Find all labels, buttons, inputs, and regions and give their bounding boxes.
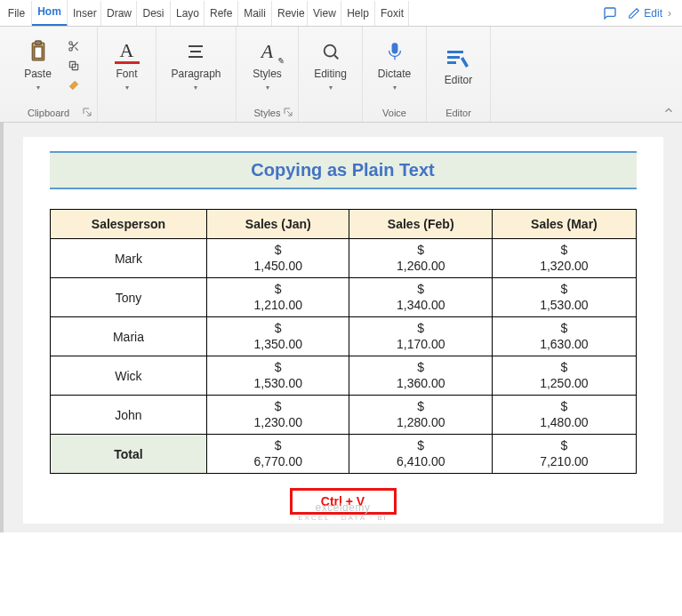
cell-name: Maria: [50, 317, 207, 356]
table-row: Maria$1,350.00$1,170.00$1,630.00: [50, 317, 636, 356]
tab-help[interactable]: Help: [341, 1, 375, 26]
cell-name: Tony: [50, 278, 207, 317]
comments-button[interactable]: [598, 1, 622, 26]
cell-feb: $1,170.00: [349, 317, 493, 356]
group-editor-label: Editor: [445, 108, 471, 118]
group-clipboard: Paste ▾ Clipboard: [0, 27, 98, 122]
chevron-down-icon: ▾: [266, 84, 269, 92]
paragraph-icon: [183, 39, 208, 64]
sales-table: Salesperson Sales (Jan) Sales (Feb) Sale…: [50, 209, 637, 474]
cell-mar: $1,250.00: [493, 356, 636, 396]
svg-rect-15: [447, 61, 456, 64]
edit-mode-button[interactable]: Edit: [622, 7, 668, 20]
cell-name: Mark: [50, 239, 207, 278]
cell-total-mar: $7,210.00: [493, 435, 636, 474]
editing-label: Editing: [314, 68, 347, 80]
group-voice: Dictate ▾ Voice: [363, 27, 427, 122]
paste-label: Paste: [24, 68, 52, 80]
launcher-icon: [83, 108, 92, 116]
tab-insert[interactable]: Inser: [68, 1, 101, 26]
paragraph-button[interactable]: Paragraph ▾: [165, 37, 226, 93]
cell-mar: $1,530.00: [493, 278, 636, 317]
tab-layout[interactable]: Layo: [171, 1, 205, 26]
scissors-icon: [68, 40, 80, 52]
tab-file[interactable]: File: [2, 1, 32, 26]
pencil-icon: [628, 7, 640, 20]
styles-icon: A✎: [255, 39, 280, 64]
keyboard-hint: Ctrl + V: [290, 488, 397, 515]
editor-icon: [446, 45, 471, 70]
editor-button[interactable]: Editor: [437, 44, 481, 88]
paste-button[interactable]: Paste ▾: [16, 37, 60, 93]
dictate-button[interactable]: Dictate ▾: [373, 37, 417, 93]
group-paragraph: Paragraph ▾: [156, 27, 237, 122]
chevron-down-icon: ▾: [194, 84, 197, 92]
ribbon-tabs: File Hom Inser Draw Desi Layo Refe Maili…: [0, 0, 682, 27]
table-row: Wick$1,530.00$1,360.00$1,250.00: [50, 356, 636, 396]
cell-jan: $1,350.00: [207, 317, 349, 356]
cell-mar: $1,480.00: [493, 396, 636, 435]
search-icon: [318, 39, 343, 64]
font-label: Font: [116, 68, 137, 80]
edit-label: Edit: [644, 7, 662, 20]
cell-name: Wick: [50, 356, 207, 396]
tab-design[interactable]: Desi: [137, 1, 171, 26]
copy-icon: [68, 60, 80, 72]
watermark-sub: EXCEL · DATA · BI: [298, 514, 388, 522]
cell-feb: $1,340.00: [349, 278, 493, 317]
document-page: Copying as Plain Text Salesperson Sales …: [23, 137, 663, 524]
document-area: Copying as Plain Text Salesperson Sales …: [0, 123, 682, 532]
tab-review[interactable]: Revie: [272, 1, 308, 26]
svg-rect-2: [34, 47, 42, 59]
tab-references[interactable]: Refe: [205, 1, 238, 26]
tab-home[interactable]: Hom: [32, 0, 68, 27]
microphone-icon: [382, 39, 407, 64]
group-font: A Font ▾: [98, 27, 156, 122]
copy-button[interactable]: [66, 58, 82, 74]
col-mar: Sales (Mar): [493, 210, 636, 239]
col-feb: Sales (Feb): [349, 210, 493, 239]
cell-name: John: [50, 396, 207, 435]
chevron-up-icon: [662, 104, 675, 116]
group-editing: Editing ▾: [299, 27, 363, 122]
clipboard-launcher[interactable]: [81, 106, 93, 118]
group-editor: Editor Editor: [427, 27, 491, 122]
cell-total-label: Total: [50, 435, 207, 474]
cell-jan: $1,450.00: [207, 239, 349, 278]
font-icon: A: [115, 39, 140, 64]
svg-point-4: [68, 47, 72, 51]
svg-rect-1: [35, 41, 41, 44]
tab-draw[interactable]: Draw: [101, 1, 137, 26]
tab-foxit[interactable]: Foxit: [375, 1, 409, 26]
launcher-icon: [284, 108, 293, 116]
styles-launcher[interactable]: [282, 106, 294, 118]
font-button[interactable]: A Font ▾: [105, 37, 149, 93]
table-total-row: Total$6,770.00$6,410.00$7,210.00: [50, 435, 636, 474]
table-header-row: Salesperson Sales (Jan) Sales (Feb) Sale…: [50, 210, 636, 239]
table-row: Mark$1,450.00$1,260.00$1,320.00: [50, 239, 636, 278]
col-jan: Sales (Jan): [207, 210, 349, 239]
editing-button[interactable]: Editing ▾: [309, 37, 353, 93]
group-styles: A✎ Styles ▾ Styles: [237, 27, 299, 122]
cell-total-feb: $6,410.00: [349, 435, 493, 474]
group-styles-label: Styles: [254, 108, 281, 118]
col-salesperson: Salesperson: [50, 210, 207, 239]
tabs-overflow-icon[interactable]: ›: [668, 7, 680, 20]
styles-label: Styles: [253, 68, 282, 80]
collapse-ribbon-button[interactable]: [655, 27, 682, 122]
page-title: Copying as Plain Text: [50, 151, 637, 189]
tab-mailings[interactable]: Maili: [238, 1, 272, 26]
svg-point-10: [324, 45, 335, 57]
group-voice-label: Voice: [382, 108, 406, 118]
format-painter-button[interactable]: [66, 77, 82, 93]
cut-button[interactable]: [66, 38, 82, 54]
cell-mar: $1,630.00: [493, 317, 636, 356]
group-clipboard-label: Clipboard: [28, 108, 69, 118]
cell-mar: $1,320.00: [493, 239, 636, 278]
cell-jan: $1,230.00: [207, 396, 349, 435]
svg-point-3: [68, 41, 72, 44]
styles-button[interactable]: A✎ Styles ▾: [245, 37, 290, 93]
cell-jan: $1,530.00: [207, 356, 349, 396]
tab-view[interactable]: View: [308, 1, 341, 26]
cell-jan: $1,210.00: [207, 278, 349, 317]
